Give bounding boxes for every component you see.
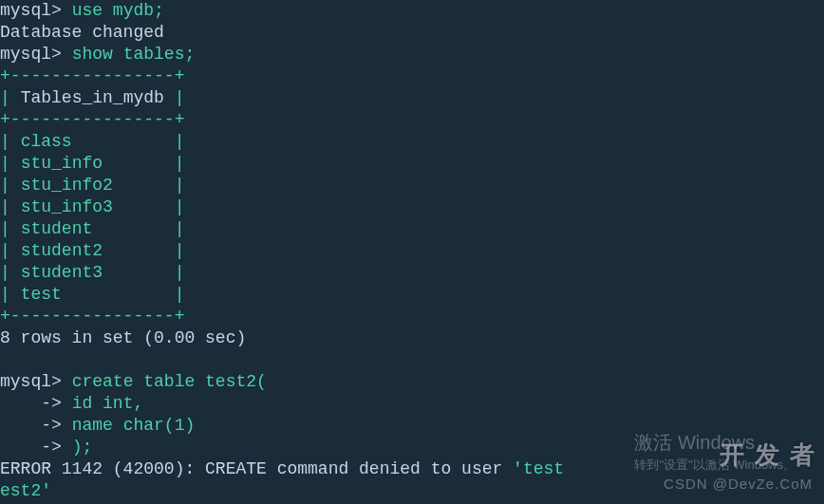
response-db-changed: Database changed xyxy=(0,23,164,42)
table-border-mid: +----------------+ xyxy=(0,110,184,129)
cmd-create-table-l2: id int, xyxy=(72,394,144,413)
response-rows-in-set: 8 rows in set (0.00 sec) xyxy=(0,328,246,347)
table-row: | student | xyxy=(0,219,184,238)
continuation-prompt: -> xyxy=(0,394,62,413)
table-row: | stu_info2 | xyxy=(0,176,184,195)
cmd-create-table-l4: ); xyxy=(72,438,93,457)
cmd-create-table-l3: name char(1) xyxy=(72,416,196,435)
table-row: | student2 | xyxy=(0,241,184,260)
table-border-bot: +----------------+ xyxy=(0,307,184,326)
terminal-output[interactable]: mysql> use mydb; Database changed mysql>… xyxy=(0,0,824,502)
table-row: | class | xyxy=(0,132,184,151)
table-row: | student3 | xyxy=(0,263,184,282)
error-line: ERROR 1142 (42000): CREATE command denie… xyxy=(0,459,564,478)
table-row: | test | xyxy=(0,285,184,304)
mysql-prompt: mysql> xyxy=(0,45,62,64)
mysql-prompt: mysql> xyxy=(0,1,62,20)
table-row: | stu_info | xyxy=(0,154,184,173)
table-header-row: | Tables_in_mydb | xyxy=(0,88,184,107)
cmd-create-table-l1: create table test2( xyxy=(72,372,267,391)
continuation-prompt: -> xyxy=(0,438,62,457)
continuation-prompt: -> xyxy=(0,416,62,435)
cmd-show-tables: show tables; xyxy=(72,45,196,64)
mysql-prompt: mysql> xyxy=(0,372,62,391)
table-border-top: +----------------+ xyxy=(0,66,184,85)
table-row: | stu_info3 | xyxy=(0,197,184,216)
error-line-2: est2' xyxy=(0,481,51,500)
cmd-use-db: use mydb; xyxy=(72,1,164,20)
